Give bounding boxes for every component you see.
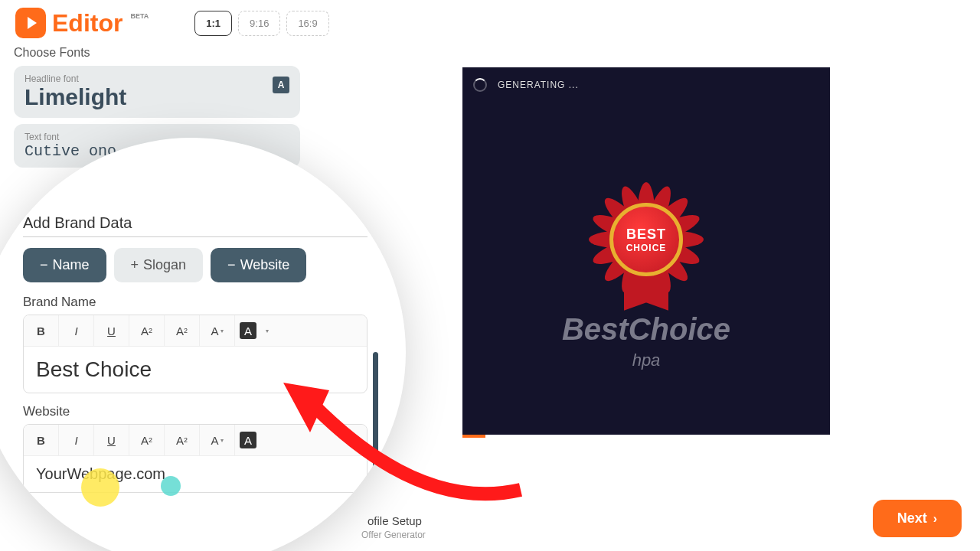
website-field: B I U A2 A2 A▾ A YourWebpage.com [23,424,368,493]
brand-data-title: Add Brand Data [23,214,368,237]
generating-row: GENERATING ... [473,78,579,92]
beta-badge: BETA [130,12,149,20]
bold-button[interactable]: B [24,425,59,455]
logo: Editor BETA [15,8,149,38]
next-label: Next [897,510,927,527]
dropdown-caret[interactable]: ▾ [261,315,272,346]
brand-pill-row: −Name +Slogan −Website [23,248,368,282]
invert-button[interactable]: A [240,432,256,448]
minus-icon: − [227,257,236,273]
fonts-section-title: Choose Fonts [14,46,300,60]
progress-bar [462,435,485,438]
website-label: Website [23,404,368,419]
ratio-1-1[interactable]: 1:1 [194,11,232,36]
generating-text: GENERATING ... [498,80,579,90]
invert-button[interactable]: A [240,322,256,339]
brand-name-field: B I U A2 A2 A▾ A ▾ Best Choice [23,315,368,393]
badge-center: BEST CHOICE [609,203,683,276]
toggle-slogan-pill[interactable]: +Slogan [114,248,204,282]
next-button[interactable]: Next › [873,500,962,537]
spinner-icon [473,78,487,92]
italic-button[interactable]: I [59,315,94,346]
preview-brand-sub: hpa [632,350,661,370]
ratio-9-16[interactable]: 9:16 [238,11,280,36]
subscript-button[interactable]: A2 [165,315,200,346]
preview-canvas: GENERATING ... BEST CHOICE BestChoice hp… [462,67,830,435]
preview-brand-name: BestChoice [562,312,730,347]
underline-button[interactable]: U [94,425,129,455]
toggle-website-pill[interactable]: −Website [211,248,306,282]
plus-icon: + [131,257,139,273]
italic-button[interactable]: I [59,425,94,455]
headline-font-card[interactable]: Headline font Limelight A [14,66,300,118]
best-choice-badge: BEST CHOICE [589,182,704,297]
font-color-button[interactable]: A▾ [200,315,235,346]
superscript-button[interactable]: A2 [129,315,165,346]
superscript-button[interactable]: A2 [129,425,165,455]
logo-icon [15,8,46,38]
headline-font-value: Limelight [24,84,289,110]
badge-line1: BEST [626,227,666,243]
headline-font-label: Headline font [24,73,289,84]
footer-subtitle: Offer Generator [361,530,426,540]
magnifier-lens: Add Brand Data −Name +Slogan −Website Br… [0,138,406,551]
logo-text: Editor [52,9,122,37]
chevron-right-icon: › [933,512,937,526]
brand-name-input[interactable]: Best Choice [24,347,367,393]
header: Editor BETA 1:1 9:16 16:9 [0,0,980,46]
font-color-button[interactable]: A▾ [200,425,235,455]
aspect-ratio-group: 1:1 9:16 16:9 [194,11,328,36]
brand-name-toolbar: B I U A2 A2 A▾ A ▾ [24,315,367,347]
underline-button[interactable]: U [94,315,129,346]
scrollbar[interactable] [373,352,378,505]
cursor-highlight-cyan [161,476,181,496]
minus-icon: − [40,257,48,273]
footer-title: ofile Setup [368,514,422,527]
font-color-badge[interactable]: A [273,77,289,93]
toggle-name-pill[interactable]: −Name [23,248,106,282]
website-input[interactable]: YourWebpage.com [24,456,367,492]
ratio-16-9[interactable]: 16:9 [286,11,328,36]
brand-name-label: Brand Name [23,295,368,310]
subscript-button[interactable]: A2 [165,425,200,455]
cursor-highlight-yellow [81,468,119,507]
badge-line2: CHOICE [626,243,667,253]
website-toolbar: B I U A2 A2 A▾ A [24,425,367,456]
bold-button[interactable]: B [24,315,59,346]
